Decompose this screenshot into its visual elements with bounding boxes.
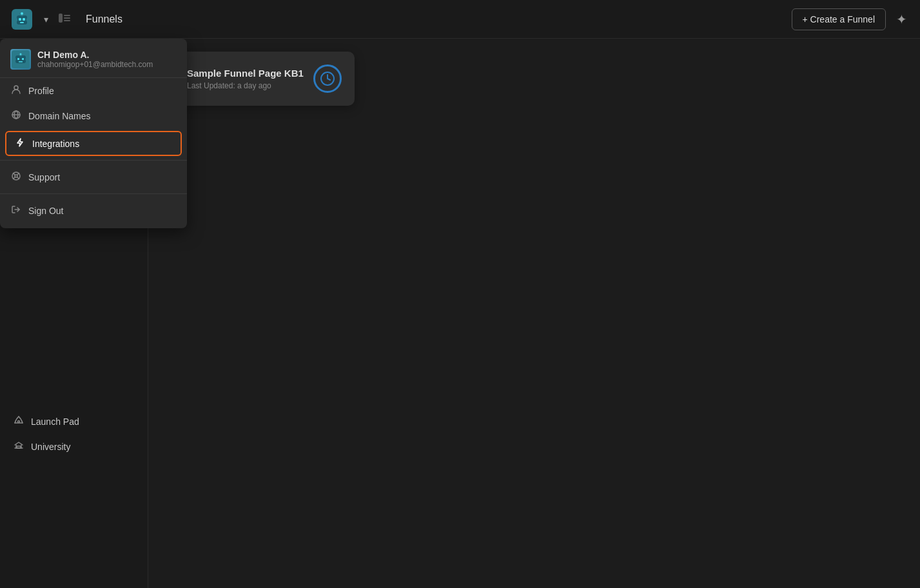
svg-rect-9 bbox=[59, 14, 63, 23]
sign-out-label: Sign Out bbox=[28, 206, 63, 216]
svg-rect-4 bbox=[20, 22, 24, 23]
app-logo bbox=[10, 8, 34, 31]
domain-icon bbox=[10, 110, 22, 122]
support-label: Support bbox=[28, 172, 60, 182]
account-header[interactable]: CH Demo A. chahomigop+01@ambidtech.com bbox=[0, 39, 187, 78]
svg-rect-19 bbox=[26, 58, 28, 61]
svg-rect-18 bbox=[14, 58, 16, 61]
sidebar-item-integrations[interactable]: Integrations bbox=[5, 131, 182, 156]
sidebar-toggle-icon bbox=[59, 14, 70, 25]
sidebar-item-launch-pad[interactable]: Launch Pad bbox=[0, 409, 148, 434]
divider-1 bbox=[0, 160, 187, 161]
profile-icon bbox=[10, 84, 22, 97]
avatar-icon bbox=[12, 50, 30, 68]
launchpad-icon bbox=[13, 415, 24, 427]
integrations-label: Integrations bbox=[32, 139, 79, 149]
svg-point-26 bbox=[18, 421, 20, 423]
account-name: CH Demo A. bbox=[37, 50, 153, 60]
topbar-right: + Create a Funnel ✦ bbox=[792, 8, 910, 30]
svg-point-22 bbox=[14, 86, 18, 90]
svg-rect-6 bbox=[26, 18, 28, 21]
funnel-card-content: Sample Funnel Page KB1 Last Updated: a d… bbox=[187, 68, 304, 90]
sidebar-icon bbox=[59, 14, 70, 23]
bolt-icon bbox=[14, 137, 26, 150]
signout-icon bbox=[10, 204, 22, 217]
launch-pad-label: Launch Pad bbox=[31, 416, 79, 427]
university-icon bbox=[13, 440, 24, 453]
sidebar-bottom-items: Launch Pad University bbox=[0, 409, 148, 459]
page-title: Funnels bbox=[86, 14, 122, 25]
funnel-card[interactable]: Sample Funnel Page KB1 Last Updated: a d… bbox=[174, 52, 355, 106]
svg-rect-3 bbox=[23, 18, 25, 21]
sidebar-item-sign-out[interactable]: Sign Out bbox=[0, 198, 187, 223]
topbar-left: ▾ Funnels bbox=[10, 8, 122, 31]
sidebar-item-university[interactable]: University bbox=[0, 434, 148, 459]
svg-point-21 bbox=[20, 54, 22, 55]
account-info: CH Demo A. chahomigop+01@ambidtech.com bbox=[37, 50, 153, 69]
logo-icon bbox=[12, 9, 32, 30]
funnel-card-title: Sample Funnel Page KB1 bbox=[187, 68, 304, 79]
svg-point-8 bbox=[21, 12, 23, 15]
layout: CH Demo A. chahomigop+01@ambidtech.com P… bbox=[0, 0, 920, 588]
svg-rect-10 bbox=[64, 15, 70, 16]
sidebar-item-profile[interactable]: Profile bbox=[0, 78, 187, 103]
svg-rect-17 bbox=[19, 61, 23, 63]
funnel-card-subtitle: Last Updated: a day ago bbox=[187, 81, 304, 90]
sidebar-item-domain-names[interactable]: Domain Names bbox=[0, 103, 187, 128]
avatar bbox=[10, 49, 31, 70]
profile-label: Profile bbox=[28, 86, 54, 96]
sidebar-item-support[interactable]: Support bbox=[0, 164, 187, 190]
svg-rect-5 bbox=[15, 18, 17, 21]
domain-names-label: Domain Names bbox=[28, 111, 90, 121]
university-label: University bbox=[31, 442, 70, 452]
svg-rect-12 bbox=[64, 20, 70, 21]
svg-rect-15 bbox=[17, 58, 19, 60]
main-content: Sample Funnel Page KB1 Last Updated: a d… bbox=[148, 39, 920, 588]
support-icon bbox=[10, 171, 22, 183]
funnel-clock-icon bbox=[313, 64, 342, 93]
sparkle-button[interactable]: ✦ bbox=[894, 9, 910, 30]
svg-rect-2 bbox=[19, 18, 21, 21]
svg-rect-11 bbox=[64, 17, 70, 19]
divider-2 bbox=[0, 193, 187, 194]
sidebar: CH Demo A. chahomigop+01@ambidtech.com P… bbox=[0, 39, 148, 588]
sparkle-icon: ✦ bbox=[896, 12, 907, 26]
svg-rect-16 bbox=[22, 58, 24, 60]
account-dropdown: CH Demo A. chahomigop+01@ambidtech.com P… bbox=[0, 39, 187, 228]
account-email: chahomigop+01@ambidtech.com bbox=[37, 60, 153, 69]
chevron-down-button[interactable]: ▾ bbox=[41, 12, 51, 27]
topbar: ▾ Funnels + Create a Funnel ✦ bbox=[0, 0, 920, 39]
create-funnel-button[interactable]: + Create a Funnel bbox=[792, 8, 886, 30]
